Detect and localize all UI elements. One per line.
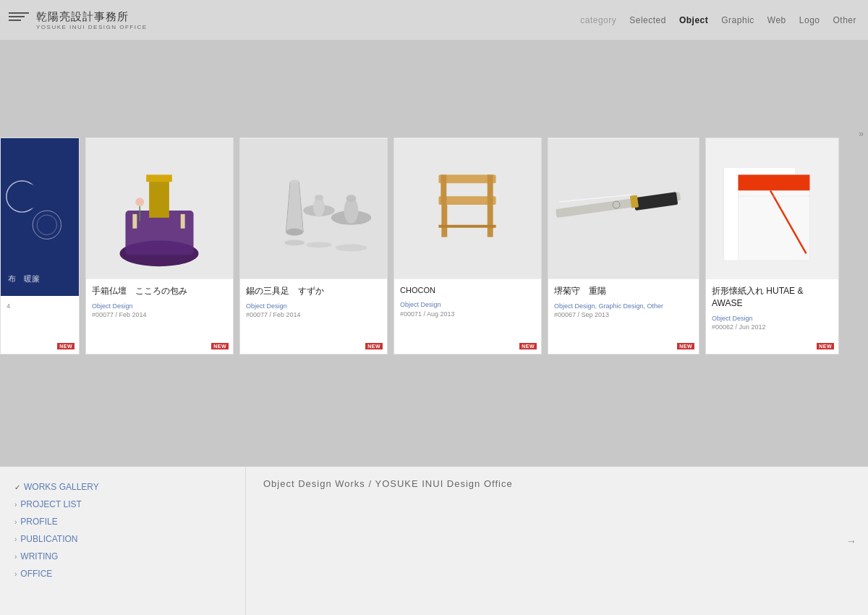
chevron-icon-3: › — [14, 535, 17, 543]
card-number-3: #00071 / Aug 2013 — [400, 310, 535, 319]
svg-point-2 — [15, 184, 41, 209]
card-image-0: 布 暖簾 — [1, 138, 79, 296]
svg-rect-33 — [488, 174, 493, 205]
card-image-2 — [240, 138, 387, 279]
gallery-card-2[interactable]: 錫の三具足 すずか Object Design #00077 / Feb 201… — [239, 137, 388, 355]
gallery-card-3[interactable]: CHOCON Object Design #00071 / Aug 2013 N… — [393, 137, 542, 355]
svg-text:布　暖簾: 布 暖簾 — [8, 274, 40, 283]
check-icon: ✓ — [14, 483, 20, 491]
nav-object[interactable]: Object — [679, 15, 708, 25]
card-category-5: Object Design — [712, 314, 833, 323]
nav-other[interactable]: Other — [833, 15, 856, 25]
card-title-5: 折形懐紙入れ HUTAE & AWASE — [712, 285, 833, 310]
svg-rect-14 — [181, 214, 185, 229]
chevron-icon-5: › — [14, 570, 17, 578]
new-badge-2: NEW — [365, 343, 383, 349]
card-image-3 — [394, 138, 541, 279]
hero-area — [0, 40, 868, 134]
svg-rect-9 — [149, 178, 169, 217]
svg-point-25 — [346, 195, 357, 202]
svg-point-19 — [286, 229, 303, 236]
gallery-card-1[interactable]: 手箱仏壇 こころの包み Object Design #00077 / Feb 2… — [85, 137, 234, 355]
card-number-5: #00062 / Jun 2012 — [712, 323, 833, 332]
svg-rect-29 — [394, 139, 541, 279]
svg-rect-13 — [132, 214, 137, 229]
nav-logo[interactable]: Logo — [799, 15, 820, 25]
card-category-2: Object Design — [246, 302, 381, 311]
card-info-3: CHOCON Object Design #00071 / Aug 2013 N… — [394, 279, 541, 354]
card-info-0: 4 NEW — [1, 296, 79, 354]
svg-rect-32 — [441, 174, 446, 205]
footer-nav-office[interactable]: › OFFICE — [14, 565, 231, 582]
svg-point-11 — [135, 198, 144, 206]
card-title-2: 錫の三具足 すずか — [246, 285, 381, 297]
card-title-4: 堺菊守 重陽 — [554, 285, 693, 297]
chevron-icon-2: › — [14, 518, 17, 526]
footer-nav: ✓ WORKS GALLERY › PROJECT LIST › PROFILE… — [0, 467, 246, 615]
card-info-5: 折形懐紙入れ HUTAE & AWASE Object Design #0006… — [706, 279, 838, 354]
svg-point-27 — [306, 242, 332, 248]
footer-description: Object Design Works / YOSUKE INUI Design… — [263, 478, 513, 489]
svg-rect-35 — [488, 205, 493, 237]
svg-point-22 — [315, 195, 323, 200]
card-title-1: 手箱仏壇 こころの包み — [92, 285, 227, 297]
footer-nav-writing[interactable]: › WRITING — [14, 548, 231, 565]
card-category-4: Object Design, Graphic Design, Other — [554, 302, 693, 311]
gallery-strip: 布 暖簾 4 NEW — [0, 134, 868, 358]
card-number-4: #00067 / Sep 2013 — [554, 310, 693, 320]
svg-rect-10 — [146, 174, 172, 182]
svg-rect-36 — [438, 225, 495, 228]
bottom-gray-area — [0, 358, 868, 467]
footer-nav-works-gallery[interactable]: ✓ WORKS GALLERY — [14, 478, 231, 496]
logo-kanji: 乾陽亮設計事務所 — [36, 10, 148, 24]
svg-point-28 — [336, 245, 367, 252]
card-category-1: Object Design — [92, 302, 227, 311]
svg-rect-31 — [438, 174, 495, 183]
footer-section: ✓ WORKS GALLERY › PROJECT LIST › PROFILE… — [0, 467, 868, 615]
footer-nav-publication[interactable]: › PUBLICATION — [14, 530, 231, 548]
nav-selected[interactable]: Selected — [629, 15, 666, 25]
card-number-1: #00077 / Feb 2014 — [92, 310, 227, 320]
footer-nav-profile[interactable]: › PROFILE — [14, 513, 231, 530]
card-info-2: 錫の三具足 すずか Object Design #00077 / Feb 201… — [240, 279, 387, 354]
main-nav: category Selected Object Graphic Web Log… — [580, 15, 856, 25]
svg-point-18 — [290, 179, 299, 184]
footer-nav-project-list[interactable]: › PROJECT LIST — [14, 496, 231, 513]
footer-arrow-icon[interactable]: → — [846, 535, 856, 547]
new-badge-0: NEW — [57, 343, 75, 349]
card-info-4: 堺菊守 重陽 Object Design, Graphic Design, Ot… — [548, 279, 699, 354]
card-info-1: 手箱仏壇 こころの包み Object Design #00077 / Feb 2… — [86, 279, 233, 354]
card-title-3: CHOCON — [400, 285, 535, 296]
card-number-2: #00077 / Feb 2014 — [246, 310, 381, 320]
svg-rect-30 — [438, 196, 495, 205]
gallery-card-0[interactable]: 布 暖簾 4 NEW — [0, 137, 80, 355]
chevron-icon-4: › — [14, 553, 17, 561]
gallery-card-5[interactable]: 折形懐紙入れ HUTAE & AWASE Object Design #0006… — [705, 137, 839, 355]
nav-web[interactable]: Web — [767, 15, 786, 25]
card-image-4 — [548, 138, 699, 279]
logo-area[interactable]: 乾陽亮設計事務所 YOSUKE INUI Design Office — [9, 10, 148, 30]
card-category-3: Object Design — [400, 300, 535, 310]
card-image-5 — [706, 138, 838, 279]
new-badge-4: NEW — [677, 343, 694, 349]
nav-category-label: category — [580, 15, 616, 25]
chevron-icon-1: › — [14, 501, 17, 509]
new-badge-3: NEW — [519, 343, 537, 349]
card-image-1 — [86, 138, 233, 279]
svg-rect-34 — [441, 205, 447, 237]
new-badge-1: NEW — [211, 343, 229, 349]
card-number-0: 4 — [7, 302, 73, 311]
svg-rect-0 — [1, 140, 79, 294]
logo-icon — [9, 12, 29, 28]
nav-graphic[interactable]: Graphic — [721, 15, 754, 25]
gallery-next-arrow[interactable]: » — [859, 129, 864, 139]
logo-text: 乾陽亮設計事務所 YOSUKE INUI Design Office — [36, 10, 148, 30]
svg-rect-46 — [739, 175, 810, 191]
gallery-card-4[interactable]: 堺菊守 重陽 Object Design, Graphic Design, Ot… — [548, 137, 699, 355]
logo-english: YOSUKE INUI Design Office — [36, 24, 148, 30]
new-badge-5: NEW — [817, 343, 834, 349]
footer-content: Object Design Works / YOSUKE INUI Design… — [246, 467, 868, 615]
header: 乾陽亮設計事務所 YOSUKE INUI Design Office categ… — [0, 0, 868, 40]
svg-point-26 — [284, 240, 305, 246]
